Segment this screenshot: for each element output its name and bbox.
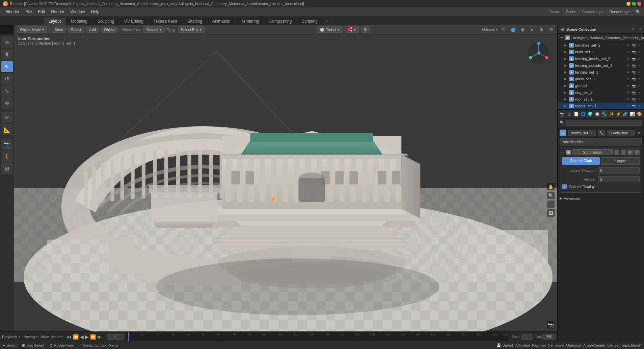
select-icon-roof[interactable]: ↗ (637, 97, 641, 102)
render-icon-fencing-set[interactable]: 📷 (631, 70, 636, 75)
search-icon[interactable]: 🔍 (635, 8, 641, 15)
playback-dropdown[interactable]: ▾ (19, 335, 20, 339)
modifier-remove-icon[interactable]: ✕ (637, 130, 642, 136)
select-icon-fencing-set[interactable]: ↗ (637, 70, 641, 75)
visibility-icon-glass[interactable]: 👁 (626, 77, 630, 81)
render-icon-build[interactable]: 📷 (631, 50, 636, 54)
visibility-icon-roof[interactable]: 👁 (626, 97, 630, 102)
optimal-display-checkbox[interactable]: ✓ (562, 184, 567, 189)
global-dropdown[interactable]: ⬤ Global ▾ (317, 26, 343, 33)
modifier-type-icon[interactable]: 🔧 (598, 130, 605, 136)
tool-measure[interactable]: 📐 (1, 124, 13, 135)
step-back-button[interactable]: ⏪ (73, 334, 79, 340)
visibility-icon-ground[interactable]: 👁 (626, 83, 630, 88)
options-btn[interactable]: Options ▾ (482, 27, 498, 32)
view-menu[interactable]: View (52, 27, 66, 33)
modifier-expand-icon[interactable]: ✓ (562, 151, 565, 154)
end-frame-input[interactable]: 250 (542, 334, 556, 340)
tool-rotate[interactable]: ↺ (1, 73, 13, 84)
maximize-button[interactable] (632, 2, 636, 6)
prop-tab-constraints[interactable]: 🔗 (622, 110, 628, 118)
select-icon-rooms[interactable]: ↗ (637, 104, 641, 108)
tool-walk[interactable]: 🚶 (1, 151, 13, 162)
snap-button[interactable]: 🧲 ▾ (345, 26, 359, 33)
render-value[interactable]: 2 (598, 176, 640, 182)
select-icon-build[interactable]: ↗ (637, 50, 641, 54)
outliner-item-fencing-set[interactable]: ▶ ▲ fencing_set_1 👁 📷 ↗ (558, 69, 644, 76)
select-menu[interactable]: Select (68, 27, 84, 33)
prop-tab-world[interactable]: 🌍 (587, 110, 593, 118)
object-menu[interactable]: Object (101, 27, 118, 33)
add-menu[interactable]: Add (86, 27, 99, 33)
outliner-item-rooms[interactable]: ▶ ▲ rooms_set_1 👁 📷 ↗ (558, 103, 644, 109)
catmull-clark-button[interactable]: Catmull-Clark (562, 157, 600, 165)
go-start-button[interactable]: ⏮ (67, 334, 72, 340)
tab-layout[interactable]: Layout (44, 18, 65, 25)
camera-view-icon[interactable]: 🎥 (547, 200, 555, 208)
outliner-item-fencing-outside[interactable]: ▶ ▲ fencing_outside_set_2 👁 📷 ↗ (558, 62, 644, 69)
scene-collection-item[interactable]: ▼ ▣ Arlington_National_Cemetery_Memorial… (558, 34, 644, 42)
visibility-icon-fencing-inside[interactable]: 👁 (626, 56, 630, 61)
visibility-icon-fencing-set[interactable]: 👁 (626, 70, 630, 75)
menu-window[interactable]: Window (68, 9, 88, 15)
tool-select[interactable]: ↖ (1, 61, 13, 72)
tool-transform[interactable]: ⊕ (1, 97, 13, 109)
visibility-icon-rooms[interactable]: 👁 (626, 104, 630, 108)
select-icon-fencing-outside[interactable]: ↗ (637, 63, 641, 68)
prop-tab-modifier[interactable]: 🔧 (601, 110, 608, 118)
hand-pan-icon[interactable]: ✋ (547, 183, 555, 190)
menu-file[interactable]: File (23, 9, 34, 15)
scene-name[interactable]: Scene (563, 9, 580, 15)
start-frame-input[interactable]: 1 (521, 334, 533, 340)
object-icon[interactable]: ▲ (560, 130, 566, 136)
timeline-bar[interactable]: 1 10 20 30 40 50 60 70 80 90 100 110 120… (127, 332, 509, 342)
outliner-item-ground[interactable]: ▶ ▲ ground 👁 📷 ↗ (558, 82, 644, 89)
prop-tab-physics[interactable]: ⚡ (615, 110, 622, 118)
current-frame-input[interactable]: 1 (107, 334, 124, 340)
render-icon-roof[interactable]: 📷 (631, 97, 636, 102)
viewport-shading-3[interactable]: ◉ (519, 26, 526, 33)
modifier-name-field[interactable]: Subdivision (572, 149, 613, 155)
prop-tab-view-layer[interactable]: 📑 (573, 110, 580, 118)
add-modifier-button[interactable]: Add Modifier (560, 138, 642, 145)
visibility-icon-build[interactable]: 👁 (626, 50, 630, 54)
drag-dropdown[interactable]: Select Box ▾ (178, 26, 205, 33)
prop-tab-object[interactable]: 🔲 (594, 110, 600, 118)
outliner-filter-icon[interactable]: ▼ (632, 27, 635, 31)
render-view-icon[interactable]: 🖼 (547, 209, 555, 217)
render-icon-fencing-inside[interactable]: 📷 (631, 56, 636, 61)
nav-gizmo[interactable]: Z X Y (527, 41, 551, 65)
prop-tab-render[interactable]: 📷 (559, 110, 565, 118)
window-controls[interactable] (626, 2, 641, 6)
tool-move[interactable]: ⬆ (1, 49, 13, 60)
outliner-item-ring[interactable]: ▶ ▲ ring_set_3 👁 📷 ↗ (558, 89, 644, 96)
render-icon-rooms[interactable]: 📷 (631, 104, 636, 108)
tab-sculpting[interactable]: Sculpting (93, 18, 119, 25)
object-name-field[interactable]: rooms_set_1 (568, 130, 596, 136)
xray-toggle[interactable]: ⊠ (547, 26, 555, 33)
levels-viewport-value[interactable]: 0 (598, 167, 640, 173)
select-icon-ground[interactable]: ↗ (637, 83, 641, 88)
viewport-shading-2[interactable]: ⬤ (509, 26, 517, 33)
modifier-up-icon[interactable]: ↑ (614, 150, 619, 155)
prop-tab-material[interactable]: 🎨 (636, 110, 643, 118)
go-end-button[interactable]: ⏭ (97, 334, 102, 340)
overlay-toggle[interactable]: ⊕ (538, 26, 545, 33)
prop-tab-data[interactable]: 📊 (629, 110, 636, 118)
outliner-options-icon[interactable]: ⚙ (638, 27, 641, 31)
prop-tab-output[interactable]: 🖨 (566, 110, 572, 118)
outliner-item-build[interactable]: ▶ ▲ build_set_1 👁 📷 ↗ (558, 49, 644, 55)
tool-scale[interactable]: ⤡ (1, 85, 13, 97)
properties-search-input[interactable] (566, 120, 642, 126)
tab-rendering[interactable]: Rendering (236, 18, 264, 25)
menu-render[interactable]: Render (48, 9, 67, 15)
select-icon-benches[interactable]: ↗ (637, 43, 641, 48)
reverse-play-button[interactable]: ◀ (80, 334, 84, 340)
render-icon-ring[interactable]: 📷 (631, 90, 636, 95)
render-icon-ground[interactable]: 📷 (631, 83, 636, 88)
tab-compositing[interactable]: Compositing (265, 18, 297, 25)
modifier-down-icon[interactable]: ↓ (621, 150, 626, 155)
viewport[interactable]: User Perspective (1) Scene Collection | … (14, 34, 557, 331)
tab-uv-editing[interactable]: UV Editing (119, 18, 148, 25)
tool-grid[interactable]: ⊞ (1, 163, 13, 174)
